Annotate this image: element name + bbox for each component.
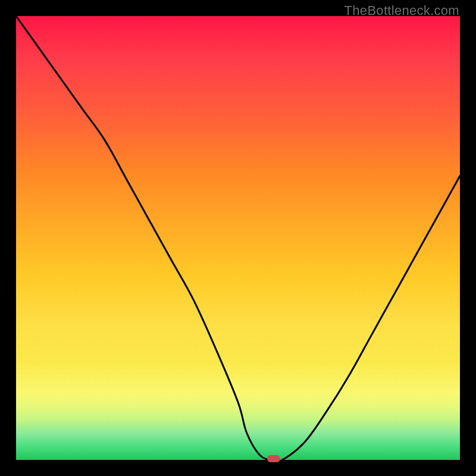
optimum-marker (267, 455, 280, 462)
bottleneck-curve (16, 16, 460, 460)
plot-area (16, 16, 460, 460)
chart-container: TheBottleneck.com (0, 0, 476, 476)
